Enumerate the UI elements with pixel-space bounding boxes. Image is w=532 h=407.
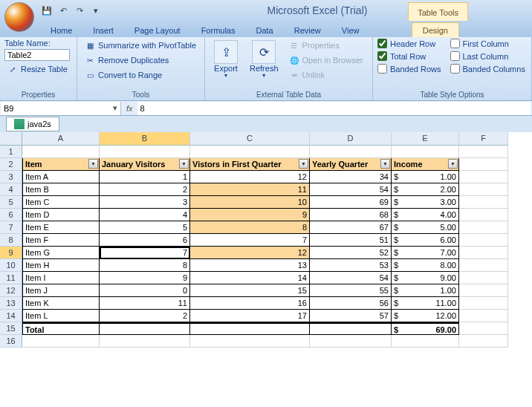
cell[interactable]: $1.00 [392,171,459,183]
cell[interactable]: 2 [100,310,190,322]
cell[interactable]: Item▼ [22,158,100,171]
col-header-B[interactable]: B [100,132,190,146]
cell[interactable]: 7 [100,247,190,259]
row-header[interactable]: 11 [0,272,22,284]
fx-icon[interactable]: fx [122,104,137,113]
cell[interactable]: 9 [100,272,190,284]
row-header[interactable]: 2 [0,158,22,171]
tab-insert[interactable]: Insert [82,23,124,37]
select-all-corner[interactable] [0,132,22,146]
cell[interactable]: Item E [22,221,100,234]
row-header[interactable]: 6 [0,209,22,221]
cell[interactable]: $11.00 [392,297,459,310]
cell[interactable] [22,335,100,348]
cell[interactable]: 12 [190,171,310,183]
row-header[interactable]: 14 [0,310,22,322]
cell[interactable]: 34 [310,171,392,183]
cell[interactable]: $9.00 [392,272,459,284]
cell[interactable]: Yearly Quarter▼ [310,158,392,171]
cell[interactable]: 68 [310,209,392,221]
cell[interactable]: Item K [22,297,100,310]
cell[interactable]: 69 [310,196,392,209]
cell[interactable]: Item J [22,284,100,297]
cell[interactable]: Item D [22,209,100,221]
cell[interactable]: $69.00 [392,322,459,335]
last-col-check[interactable]: Last Column [450,51,525,61]
row-header[interactable]: 10 [0,259,22,272]
cell[interactable]: Item F [22,234,100,247]
tab-review[interactable]: Review [284,23,331,37]
resize-table-button[interactable]: ⤢Resize Table [4,62,71,76]
header-row-check[interactable]: Header Row [377,39,441,48]
cell[interactable] [100,322,190,335]
cell[interactable] [459,335,508,348]
cell[interactable] [459,196,508,209]
cell[interactable] [459,234,508,247]
row-header[interactable]: 1 [0,146,22,158]
cell[interactable]: 54 [310,183,392,196]
banded-rows-check[interactable]: Banded Rows [377,64,441,74]
filter-dropdown-icon[interactable]: ▼ [448,159,458,169]
cell[interactable]: $12.00 [392,310,459,322]
cell[interactable] [459,284,508,297]
cell[interactable]: $5.00 [392,221,459,234]
cell[interactable] [100,335,190,348]
row-header[interactable]: 7 [0,221,22,234]
cell[interactable] [190,322,310,335]
cell[interactable]: 55 [310,284,392,297]
cell[interactable]: January Visitors▼ [100,158,190,171]
cell[interactable]: 9 [190,209,310,221]
cell[interactable] [459,310,508,322]
cell[interactable] [190,335,310,348]
cell[interactable]: Item L [22,310,100,322]
cell[interactable]: 5 [100,221,190,234]
filter-dropdown-icon[interactable]: ▼ [179,159,189,169]
filter-dropdown-icon[interactable]: ▼ [299,159,308,169]
cell[interactable]: 17 [190,310,310,322]
row-header[interactable]: 13 [0,297,22,310]
tab-design[interactable]: Design [412,22,459,37]
cell[interactable]: Item C [22,196,100,209]
cell[interactable] [459,146,508,158]
row-header[interactable]: 8 [0,234,22,247]
cell[interactable] [22,146,100,158]
cell[interactable]: $2.00 [392,183,459,196]
col-header-A[interactable]: A [22,132,100,146]
cell[interactable]: 51 [310,234,392,247]
cell[interactable]: 0 [100,284,190,297]
col-header-D[interactable]: D [310,132,392,146]
cell[interactable]: 14 [190,272,310,284]
cell[interactable] [459,259,508,272]
summarize-pivottable-button[interactable]: ▦Summarize with PivotTable [82,39,199,52]
cell[interactable]: 12 [190,247,310,259]
col-header-C[interactable]: C [190,132,310,146]
cell[interactable]: Item I [22,272,100,284]
cell[interactable]: Income▼ [392,158,459,171]
export-button[interactable]: ⇪Export▼ [210,39,242,79]
cell[interactable] [459,297,508,310]
save-icon[interactable]: 💾 [40,4,53,17]
cell[interactable]: Item B [22,183,100,196]
cell[interactable]: 16 [190,297,310,310]
filter-dropdown-icon[interactable]: ▼ [380,159,390,169]
grid-body[interactable]: 12Item▼January Visitors▼Vistors in First… [0,146,532,348]
cell[interactable] [310,335,392,348]
first-col-check[interactable]: First Column [450,39,525,48]
cell[interactable]: 3 [100,196,190,209]
name-box-input[interactable] [4,104,113,113]
col-header-F[interactable]: F [459,132,508,146]
row-header[interactable]: 5 [0,196,22,209]
cell[interactable]: Vistors in First Quarter▼ [190,158,310,171]
cell[interactable] [459,247,508,259]
total-row-check[interactable]: Total Row [377,51,441,61]
col-header-E[interactable]: E [392,132,459,146]
cell[interactable] [190,146,310,158]
cell[interactable]: 56 [310,297,392,310]
filter-dropdown-icon[interactable]: ▼ [88,159,98,169]
cell[interactable]: $7.00 [392,247,459,259]
cell[interactable] [459,209,508,221]
remove-duplicates-button[interactable]: ✂Remove Duplicates [82,53,199,67]
cell[interactable]: $8.00 [392,259,459,272]
cell[interactable]: 54 [310,272,392,284]
cell[interactable]: 13 [190,259,310,272]
